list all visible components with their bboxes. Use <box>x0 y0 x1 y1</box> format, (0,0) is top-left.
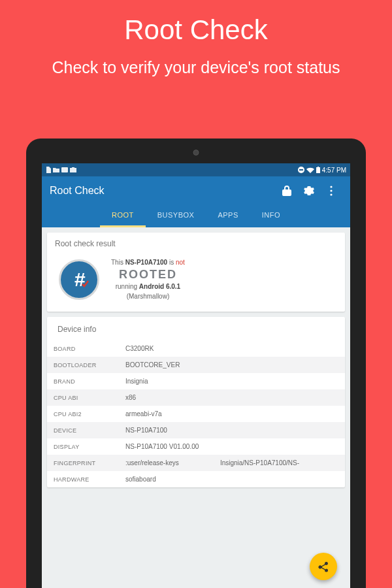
svg-point-3 <box>330 186 332 188</box>
promo-hero: Root Check Check to verify your device's… <box>0 0 392 78</box>
table-row: BOARDC3200RK <box>47 340 345 357</box>
dnd-icon <box>298 167 304 173</box>
info-value: Insignia <box>119 373 345 389</box>
card-icon <box>61 167 68 172</box>
settings-button[interactable] <box>298 186 320 196</box>
svg-point-5 <box>330 193 332 195</box>
device-info-title: Device info <box>47 321 345 340</box>
table-row: HARDWAREsofiaboard <box>47 471 345 487</box>
root-badge: # <box>59 259 99 300</box>
svg-rect-0 <box>61 167 68 172</box>
table-row: BOOTLOADERBOOTCORE_VER <box>47 357 345 373</box>
app-bar: Root Check <box>42 176 350 205</box>
share-icon <box>318 561 329 572</box>
tab-info[interactable]: INFO <box>250 205 292 227</box>
info-value: armeabi-v7a <box>119 406 345 422</box>
info-value-extra: Insignia/NS-P10A7100/NS- <box>214 455 345 471</box>
info-key: DEVICE <box>47 422 119 438</box>
device-info-card: Device info BOARDC3200RKBOOTLOADERBOOTCO… <box>47 317 345 487</box>
overflow-button[interactable] <box>320 186 342 196</box>
root-result-card: Root check result # This NS-P10A7100 is <box>47 233 345 312</box>
promo-subtitle: Check to verify your device's root statu… <box>0 57 392 78</box>
briefcase-icon <box>70 167 76 172</box>
info-key: FINGERPRINT <box>47 455 119 471</box>
info-key: CPU ABI <box>47 389 119 406</box>
tab-bar: ROOTBUSYBOXAPPSINFO <box>42 205 350 227</box>
table-row: DEVICENS-P10A7100 <box>47 422 345 438</box>
table-row: CPU ABIx86 <box>47 389 345 406</box>
screen: 4:57 PM Root Check ROOTBUSYBOXAPPSINFO R… <box>42 163 350 588</box>
info-key: DISPLAY <box>47 438 119 455</box>
statusbar-left-icons <box>46 167 76 173</box>
svg-rect-2 <box>299 169 303 171</box>
device-frame: 4:57 PM Root Check ROOTBUSYBOXAPPSINFO R… <box>26 139 366 588</box>
content: Root check result # This NS-P10A7100 is <box>42 227 350 498</box>
wifi-icon <box>306 167 314 173</box>
tab-busybox[interactable]: BUSYBOX <box>146 205 206 227</box>
table-row: BRANDInsignia <box>47 373 345 389</box>
info-value: NS-P10A7100 <box>119 422 345 438</box>
gear-icon <box>304 186 314 196</box>
sim-icon <box>46 167 51 173</box>
info-value: C3200RK <box>119 340 345 357</box>
table-row: DISPLAYNS-P10A7100 V01.00.00 <box>47 438 345 455</box>
folder-icon <box>53 167 59 172</box>
app-title: Root Check <box>50 185 105 197</box>
camera-dot <box>193 150 199 155</box>
info-key: CPU ABI2 <box>47 406 119 422</box>
info-key: BRAND <box>47 373 119 389</box>
tab-root[interactable]: ROOT <box>100 205 146 227</box>
device-info-table: BOARDC3200RKBOOTLOADERBOOTCORE_VERBRANDI… <box>47 340 345 487</box>
root-result-text: This NS-P10A7100 is not ROOTED running A… <box>111 257 185 301</box>
info-value: NS-P10A7100 V01.00.00 <box>119 438 345 455</box>
lock-button[interactable] <box>276 186 298 196</box>
info-value: BOOTCORE_VER <box>119 357 345 373</box>
info-value: :user/release-keys <box>119 455 214 471</box>
table-row: FINGERPRINT:user/release-keysInsignia/NS… <box>47 455 345 471</box>
root-result-title: Root check result <box>47 239 345 255</box>
info-key: HARDWARE <box>47 471 119 487</box>
svg-point-4 <box>330 189 332 191</box>
hash-icon: # <box>68 269 90 291</box>
android-statusbar: 4:57 PM <box>42 163 350 176</box>
rooted-label: ROOTED <box>111 269 185 280</box>
tab-apps[interactable]: APPS <box>206 205 250 227</box>
lock-icon <box>282 186 291 196</box>
info-value: x86 <box>119 389 345 406</box>
table-row: CPU ABI2armeabi-v7a <box>47 406 345 422</box>
info-key: BOOTLOADER <box>47 357 119 373</box>
statusbar-right-icons: 4:57 PM <box>298 167 346 174</box>
promo-title: Root Check <box>0 14 392 46</box>
battery-icon <box>316 167 320 173</box>
more-vert-icon <box>330 186 333 196</box>
statusbar-time: 4:57 PM <box>322 167 346 174</box>
info-value: sofiaboard <box>119 471 345 487</box>
share-fab[interactable] <box>310 553 337 580</box>
info-key: BOARD <box>47 340 119 357</box>
